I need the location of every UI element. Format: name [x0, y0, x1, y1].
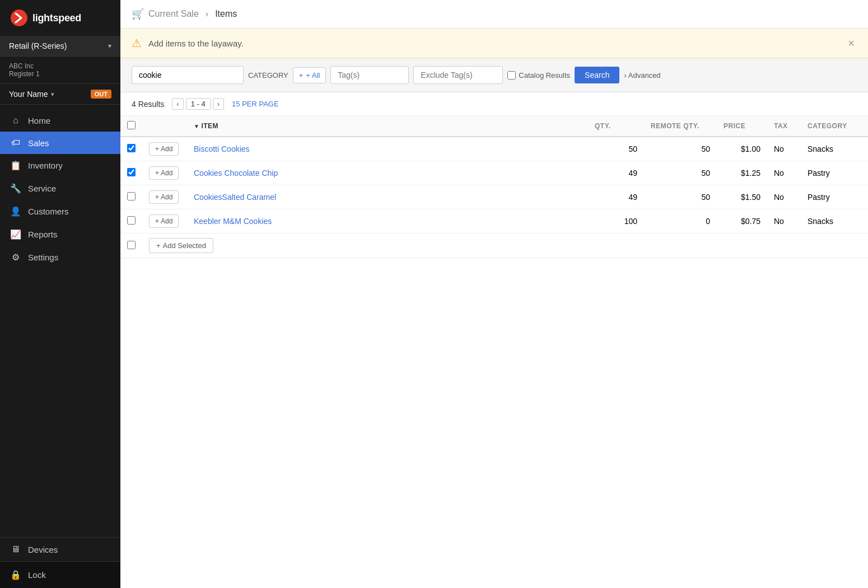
sidebar-item-inventory[interactable]: 📋 Inventory	[0, 154, 120, 177]
devices-icon: 🖥	[10, 544, 21, 554]
sidebar-item-reports[interactable]: 📈 Reports	[0, 223, 120, 246]
add-selected-master-checkbox[interactable]	[127, 241, 136, 249]
sidebar-item-settings[interactable]: ⚙ Settings	[0, 246, 120, 269]
sidebar-item-service[interactable]: 🔧 Service	[0, 177, 120, 200]
row-category-1: Pastry	[801, 161, 868, 185]
catalog-results-checkbox[interactable]: Catalog Results	[507, 71, 570, 80]
col-header-checkbox	[120, 116, 142, 137]
home-icon: ⌂	[10, 115, 21, 125]
user-status-badge: OUT	[91, 90, 111, 99]
search-input[interactable]	[132, 66, 244, 84]
banner-close-button[interactable]: ×	[846, 37, 857, 50]
category-all-button[interactable]: + + All	[293, 67, 326, 83]
catalog-results-check[interactable]	[507, 71, 516, 80]
sidebar-item-customers[interactable]: 👤 Customers	[0, 200, 120, 223]
add-selected-label: Add Selected	[163, 241, 206, 250]
customers-icon: 👤	[10, 206, 21, 217]
row-qty-0: 50	[588, 137, 644, 161]
item-link-2[interactable]: CookiesSalted Caramel	[194, 193, 276, 202]
col-header-category: CATEGORY	[801, 116, 868, 137]
sidebar: lightspeed Retail (R-Series) ▾ ABC Inc R…	[0, 0, 120, 588]
exclude-tags-input[interactable]	[413, 66, 503, 84]
sidebar-logo[interactable]: lightspeed	[0, 0, 120, 36]
user-name: Your Name ▾	[9, 90, 54, 99]
add-button-0[interactable]: + Add	[149, 142, 179, 156]
row-checkbox-3[interactable]	[127, 216, 136, 225]
reports-icon: 📈	[10, 229, 21, 240]
per-page-button[interactable]: 15 PER PAGE	[232, 100, 279, 108]
catalog-results-label: Catalog Results	[519, 71, 570, 80]
row-price-0: $1.00	[717, 137, 767, 161]
row-item-name-3: Keebler M&M Cookies	[187, 209, 588, 234]
layaway-banner: ⚠ Add items to the layaway. ×	[120, 29, 868, 58]
col-header-price: PRICE	[717, 116, 767, 137]
col-header-add	[142, 116, 187, 137]
account-register: Register 1	[9, 70, 111, 78]
inventory-icon: 📋	[10, 160, 21, 171]
add-selected-button[interactable]: + Add Selected	[149, 238, 213, 253]
row-checkbox-0[interactable]	[127, 144, 136, 152]
service-icon: 🔧	[10, 183, 21, 194]
items-table: ▼ITEM QTY. REMOTE QTY. PRICE TAX CATEGOR…	[120, 116, 868, 258]
row-checkbox-cell-1	[120, 161, 142, 185]
sidebar-item-label-inventory: Inventory	[28, 161, 63, 170]
pagination: ‹ 1 - 4 ›	[172, 98, 224, 110]
col-header-remote-qty: REMOTE QTY.	[644, 116, 717, 137]
item-link-3[interactable]: Keebler M&M Cookies	[194, 217, 272, 226]
plus-icon: +	[299, 71, 304, 80]
account-info: ABC Inc Register 1	[0, 57, 120, 84]
search-button[interactable]: Search	[575, 67, 619, 83]
category-label: CATEGORY	[248, 71, 288, 80]
account-company: ABC Inc	[9, 62, 111, 70]
plus-icon-selected: +	[156, 241, 161, 250]
row-category-3: Snacks	[801, 209, 868, 234]
row-item-name-0: Biscotti Cookies	[187, 137, 588, 161]
col-header-item[interactable]: ▼ITEM	[187, 116, 588, 137]
sidebar-item-devices[interactable]: 🖥 Devices	[0, 538, 120, 561]
lock-label: Lock	[28, 570, 46, 580]
plus-icon-0: +	[155, 145, 159, 153]
add-selected-row: + Add Selected	[120, 234, 868, 258]
row-price-1: $1.25	[717, 161, 767, 185]
row-tax-2: No	[767, 185, 801, 209]
main-content: 🛒 Current Sale › Items ⚠ Add items to th…	[120, 0, 868, 588]
sidebar-nav: ⌂ Home 🏷 Sales 📋 Inventory 🔧 Service 👤 C…	[0, 105, 120, 537]
sidebar-item-label-customers: Customers	[28, 207, 69, 216]
sidebar-item-sales[interactable]: 🏷 Sales	[0, 132, 120, 154]
store-selector[interactable]: Retail (R-Series) ▾	[0, 36, 120, 57]
row-item-name-1: Cookies Chocolate Chip	[187, 161, 588, 185]
row-add-cell-2: + Add	[142, 185, 187, 209]
sidebar-item-label-sales: Sales	[28, 138, 49, 148]
row-checkbox-1[interactable]	[127, 168, 136, 176]
item-link-1[interactable]: Cookies Chocolate Chip	[194, 169, 278, 178]
row-qty-1: 49	[588, 161, 644, 185]
col-header-tax: TAX	[767, 116, 801, 137]
tags-input[interactable]	[330, 66, 409, 84]
prev-page-button[interactable]: ‹	[172, 98, 183, 110]
row-category-0: Snacks	[801, 137, 868, 161]
select-all-checkbox[interactable]	[127, 121, 136, 129]
row-remote-qty-0: 50	[644, 137, 717, 161]
settings-icon: ⚙	[10, 252, 21, 263]
sidebar-item-home[interactable]: ⌂ Home	[0, 109, 120, 132]
add-selected-checkbox-cell	[120, 234, 142, 258]
sort-arrow-icon: ▼	[194, 123, 199, 129]
table-row: + Add Keebler M&M Cookies 100 0 $0.75 No…	[120, 209, 868, 234]
row-tax-0: No	[767, 137, 801, 161]
item-link-0[interactable]: Biscotti Cookies	[194, 144, 250, 153]
lightspeed-logo-icon	[10, 9, 28, 27]
row-checkbox-cell-0	[120, 137, 142, 161]
advanced-button[interactable]: › Advanced	[624, 71, 660, 80]
table-header-row: ▼ITEM QTY. REMOTE QTY. PRICE TAX CATEGOR…	[120, 116, 868, 137]
add-button-1[interactable]: + Add	[149, 166, 179, 180]
sidebar-item-lock[interactable]: 🔒 Lock	[0, 561, 120, 588]
add-selected-cell: + Add Selected	[142, 234, 868, 258]
row-checkbox-2[interactable]	[127, 192, 136, 200]
next-page-button[interactable]: ›	[213, 98, 224, 110]
plus-icon-1: +	[155, 169, 159, 177]
add-button-2[interactable]: + Add	[149, 190, 179, 204]
sidebar-bottom: 🖥 Devices 🔒 Lock	[0, 537, 120, 588]
row-remote-qty-1: 50	[644, 161, 717, 185]
add-button-3[interactable]: + Add	[149, 214, 179, 228]
user-row: Your Name ▾ OUT	[0, 84, 120, 105]
